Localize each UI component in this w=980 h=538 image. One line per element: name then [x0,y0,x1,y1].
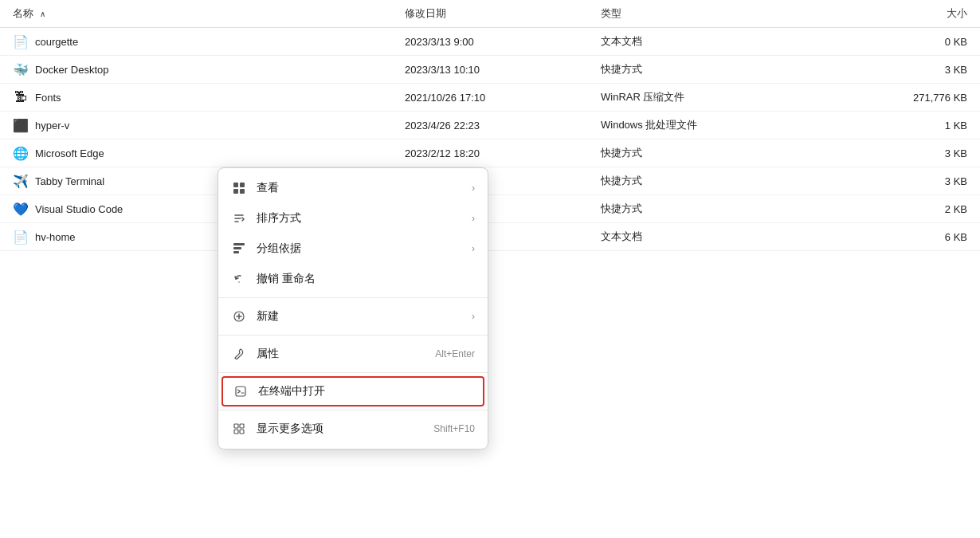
file-icon-file: 📄 [13,229,29,245]
file-date: 2023/2/12 18:20 [392,139,588,167]
context-menu: 查看 › 排序方式 › 分组依据 › 撤销 重命名 新建 › 属性 Alt+En… [218,167,488,450]
file-size: 1 KB [833,112,981,139]
context-menu-item-view[interactable]: 查看 › [218,173,488,203]
file-name: Tabby Terminal [35,175,104,187]
file-icon-fonts: 🗜 [13,89,29,105]
svg-rect-10 [240,424,244,428]
svg-rect-9 [234,424,238,428]
context-menu-item-more[interactable]: 显示更多选项 Shift+F10 [218,414,488,444]
label-more: 显示更多选项 [257,422,424,436]
icon-undo [231,271,247,287]
file-icon-hyper: ⬛ [13,117,29,133]
context-menu-item-sort[interactable]: 排序方式 › [218,203,488,234]
file-size: 3 KB [833,139,981,167]
label-props: 属性 [257,347,425,361]
col-name-header[interactable]: 名称 ∧ [0,0,392,28]
svg-rect-6 [233,251,239,253]
icon-props [231,346,247,362]
file-size: 0 KB [833,28,981,56]
table-row[interactable]: 🐳 Docker Desktop 2023/3/13 10:10 快捷方式 3 … [0,56,980,84]
svg-rect-1 [240,183,245,187]
context-menu-item-undo[interactable]: 撤销 重命名 [218,264,488,294]
file-size: 3 KB [833,56,981,84]
arrow-group: › [472,243,475,254]
shortcut-more: Shift+F10 [433,423,475,434]
file-table: 名称 ∧ 修改日期 类型 大小 📄 courgette 20 [0,0,980,251]
context-menu-item-new[interactable]: 新建 › [218,301,488,332]
file-date: 2023/4/26 22:23 [392,112,588,139]
file-date: 2023/3/13 10:10 [392,56,588,84]
sort-arrow: ∧ [40,10,45,18]
file-icon-docker: 🐳 [13,61,29,77]
context-menu-divider [218,372,488,373]
label-view: 查看 [257,181,462,195]
arrow-new: › [472,311,475,322]
file-icon-doc: 📄 [13,33,29,49]
context-menu-item-group[interactable]: 分组依据 › [218,234,488,264]
file-name: Docker Desktop [35,64,108,76]
file-name: hv-home [35,231,76,243]
file-name: Microsoft Edge [35,147,104,159]
file-icon-edge: 🌐 [13,145,29,161]
col-size-header[interactable]: 大小 [833,0,981,28]
file-date: 2021/10/26 17:10 [392,84,588,112]
table-row[interactable]: 🌐 Microsoft Edge 2023/2/12 18:20 快捷方式 3 … [0,139,980,167]
table-row[interactable]: 💙 Visual Studio Code 2022/12/7 11:36 快捷方… [0,195,980,223]
label-undo: 撤销 重命名 [257,272,475,286]
file-explorer: 名称 ∧ 修改日期 类型 大小 📄 courgette 20 [0,0,980,538]
file-size: 2 KB [833,195,981,223]
col-type-header[interactable]: 类型 [588,0,833,28]
file-name: Visual Studio Code [35,203,123,215]
col-date-header[interactable]: 修改日期 [392,0,588,28]
table-row[interactable]: 📄 hv-home 2023/4/26 22:26 文本文档 6 KB [0,223,980,251]
file-icon-tabby: ✈️ [13,173,29,189]
svg-rect-11 [234,430,238,434]
label-terminal: 在终端中打开 [258,384,473,399]
arrow-sort: › [472,213,475,224]
label-group: 分组依据 [257,242,462,256]
svg-rect-3 [240,189,245,194]
file-type: 快捷方式 [588,167,833,195]
context-menu-item-props[interactable]: 属性 Alt+Enter [218,339,488,369]
file-name: Fonts [35,92,61,104]
context-menu-divider [218,335,488,336]
label-new: 新建 [257,309,462,324]
file-icon-vscode: 💙 [13,201,29,217]
file-type: 快捷方式 [588,195,833,223]
table-row[interactable]: ⬛ hyper-v 2023/4/26 22:23 Windows 批处理文件 … [0,112,980,139]
svg-rect-2 [233,189,238,194]
file-size: 3 KB [833,167,981,195]
file-type: Windows 批处理文件 [588,112,833,139]
svg-rect-4 [233,243,245,245]
context-menu-item-terminal[interactable]: 在终端中打开 [221,376,484,406]
table-row[interactable]: 📄 courgette 2023/3/13 9:00 文本文档 0 KB [0,28,980,56]
file-type: WinRAR 压缩文件 [588,84,833,112]
icon-terminal [233,383,249,399]
icon-view [231,180,247,196]
svg-rect-0 [233,183,238,187]
file-date: 2023/3/13 9:00 [392,28,588,56]
file-name: hyper-v [35,120,69,132]
file-size: 271,776 KB [833,84,981,112]
icon-more [231,421,247,437]
icon-sort [231,210,247,226]
file-type: 快捷方式 [588,56,833,84]
icon-group [231,241,247,257]
svg-rect-5 [233,247,241,249]
file-type: 文本文档 [588,223,833,251]
context-menu-divider [218,410,488,410]
shortcut-props: Alt+Enter [435,348,475,359]
file-name: courgette [35,36,78,48]
file-type: 文本文档 [588,28,833,56]
icon-new [231,308,247,324]
label-sort: 排序方式 [257,211,462,226]
table-row[interactable]: 🗜 Fonts 2021/10/26 17:10 WinRAR 压缩文件 271… [0,84,980,112]
file-size: 6 KB [833,223,981,251]
file-type: 快捷方式 [588,139,833,167]
table-row[interactable]: ✈️ Tabby Terminal 2021/12/28 9:42 快捷方式 3… [0,167,980,195]
context-menu-divider [218,297,488,298]
arrow-view: › [472,183,475,194]
svg-rect-12 [240,430,244,434]
